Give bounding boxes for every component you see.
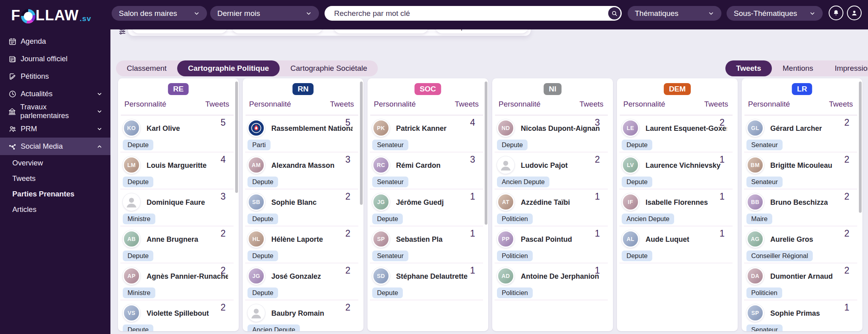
- tweet-count: 2: [220, 265, 226, 276]
- party-logo-avatar: [247, 119, 265, 137]
- person-name: Baubry Romain: [271, 309, 324, 318]
- role-badge: Politicien: [497, 214, 533, 224]
- sidebar-item-prm[interactable]: PRM: [0, 120, 110, 138]
- person-row[interactable]: AB Anne Brugnera 2 Depute: [120, 226, 234, 263]
- person-row[interactable]: KO Karl Olive 5 Depute: [120, 115, 234, 152]
- column-scrollbar[interactable]: [235, 80, 238, 330]
- person-row[interactable]: AL Aude Luquet 1 Depute: [619, 226, 733, 263]
- person-row[interactable]: JG José Gonzalez 2 Depute: [245, 263, 358, 300]
- column-scrollbar[interactable]: [859, 80, 862, 330]
- person-row[interactable]: LE Laurent Esquenet-Goxes 2 Depute: [619, 115, 733, 152]
- sidebar-subitem-tweets[interactable]: Tweets: [0, 171, 110, 186]
- person-row[interactable]: Ludovic Pajot 2 Ancien Depute: [495, 152, 608, 189]
- person-row[interactable]: SB Sophie Blanc 2 Depute: [245, 189, 358, 226]
- column-header-tweets: Tweets: [580, 100, 603, 109]
- column-header-personnalite: Personnalité: [249, 100, 291, 109]
- person-row[interactable]: AD Antoine De Jerphanion 1 Politicien: [495, 263, 608, 300]
- subthemes-dropdown[interactable]: Sous-Thématiques: [727, 6, 823, 21]
- person-row[interactable]: JG Jérôme Guedj 1 Depute: [370, 189, 483, 226]
- person-row[interactable]: ND Nicolas Dupont-Aignan 3 Depute: [495, 115, 608, 152]
- person-name: Gérard Larcher: [770, 124, 822, 133]
- person-name: Stéphane Delautrette: [396, 272, 468, 281]
- tweet-count: 4: [470, 117, 475, 128]
- person-row[interactable]: BB Bruno Beschizza 2 Maire: [744, 189, 857, 226]
- tab-mentions[interactable]: Mentions: [772, 60, 824, 76]
- sidebar-item-label: Pétitions: [21, 72, 49, 81]
- chevron-down-icon: [305, 10, 312, 17]
- tab-tweets[interactable]: Tweets: [725, 60, 772, 76]
- period-dropdown[interactable]: Dernier mois: [210, 6, 319, 21]
- scrollbar-thumb[interactable]: [235, 82, 238, 193]
- sidebar-subitem-parties-prenantes[interactable]: Parties Prenantes: [0, 186, 110, 202]
- themes-dropdown[interactable]: Thématiques: [628, 6, 721, 21]
- tweet-count: 2: [220, 228, 226, 239]
- sidebar-item-actualites[interactable]: Actualités: [0, 85, 110, 103]
- scrollbar-thumb[interactable]: [859, 82, 862, 213]
- person-row[interactable]: AM Alexandra Masson 3 Depute: [245, 152, 358, 189]
- person-row[interactable]: AT Azzédine Taïbi 1 Politicien: [495, 189, 608, 226]
- tweet-count: 2: [844, 117, 849, 128]
- role-badge: Politicien: [746, 287, 782, 298]
- person-row[interactable]: PP Pascal Pointud 1 Politicien: [495, 226, 608, 263]
- search-input[interactable]: [325, 6, 603, 21]
- sidebar-item-label: Travaux parlementaires: [20, 103, 93, 120]
- parliament-icon: [8, 107, 16, 116]
- person-name: Ludovic Pajot: [521, 161, 568, 170]
- scope-dropdown[interactable]: Salon des maires: [112, 6, 207, 21]
- party-column: RN Personnalité Tweets Rassemblement Nat…: [243, 78, 363, 331]
- tab-cartographie-politique[interactable]: Cartographie Politique: [177, 60, 280, 76]
- person-row[interactable]: GL Gérard Larcher 2 Senateur: [744, 115, 857, 152]
- scrollbar-thumb[interactable]: [360, 82, 363, 205]
- person-row[interactable]: Baubry Romain 2 Ancien Depute: [245, 300, 358, 331]
- sidebar-subitem-overview[interactable]: Overview: [0, 155, 110, 171]
- person-row[interactable]: AP Agnès Pannier-Runacher 2 Ministre: [120, 263, 234, 300]
- person-row[interactable]: Dominique Faure 3 Ministre: [120, 189, 234, 226]
- column-scrollbar[interactable]: [360, 80, 363, 330]
- person-row[interactable]: PK Patrick Kanner 4 Senateur: [370, 115, 483, 152]
- sidebar-item-agenda[interactable]: Agenda: [0, 33, 110, 50]
- avatar: SP: [746, 304, 764, 322]
- person-row[interactable]: VS Violette Spillebout 2 Depute: [120, 300, 234, 331]
- person-row[interactable]: BM Brigitte Micouleau 2 Senateur: [744, 152, 857, 189]
- account-button[interactable]: [847, 6, 862, 20]
- sidebar-item-travaux-parlementaires[interactable]: Travaux parlementaires: [0, 103, 110, 120]
- role-badge: Senateur: [746, 140, 783, 150]
- tab-cartographie-societale[interactable]: Cartographie Sociétale: [280, 60, 378, 76]
- social-network-icon: [8, 142, 17, 151]
- search-icon: [611, 10, 618, 17]
- person-row[interactable]: HL Hélène Laporte 2 Depute: [245, 226, 358, 263]
- person-name: Azzédine Taïbi: [521, 198, 570, 207]
- column-rows: PK Patrick Kanner 4 Senateur RC Rémi Car…: [367, 115, 484, 331]
- avatar: AB: [123, 230, 140, 248]
- sidebar-item-journal-officiel[interactable]: Journal officiel: [0, 50, 110, 68]
- party-badge: LR: [792, 83, 812, 95]
- person-name: Hélène Laporte: [271, 235, 323, 244]
- search-button[interactable]: [608, 7, 621, 19]
- avatar: JG: [372, 193, 390, 211]
- person-row[interactable]: DA Dumontier Arnaud 2 Politicien: [744, 263, 857, 300]
- tweet-count: 2: [345, 302, 350, 313]
- person-row[interactable]: IF Isabelle Florennes 1 Ancien Depute: [619, 189, 733, 226]
- role-badge: Depute: [123, 140, 153, 150]
- person-row[interactable]: LM Louis Margueritte 4 Depute: [120, 152, 234, 189]
- role-badge: Depute: [497, 140, 528, 150]
- person-row[interactable]: LV Laurence Vichnievsky 1 Depute: [619, 152, 733, 189]
- notifications-button[interactable]: [829, 6, 843, 20]
- sidebar-item-social-media[interactable]: Social Media: [0, 138, 110, 155]
- person-row[interactable]: SP Sebastien Pla 1 Senateur: [370, 226, 483, 263]
- column-header: Personnalité Tweets: [623, 100, 728, 109]
- logo-text: F: [11, 7, 21, 24]
- person-row[interactable]: SP Sophie Primas 1 Senateur: [744, 300, 857, 331]
- party-badge: DEM: [664, 83, 691, 95]
- person-row[interactable]: AG Aurelie Gros 2 Conseiller Régional: [744, 226, 857, 263]
- scrollbar-thumb[interactable]: [485, 82, 487, 225]
- column-scrollbar[interactable]: [485, 80, 487, 330]
- tab-classement[interactable]: Classement: [116, 60, 177, 76]
- tab-impressions[interactable]: Impressions: [824, 60, 868, 76]
- person-row[interactable]: Rassemblement National 5 Parti: [245, 115, 358, 152]
- sidebar-subitem-articles[interactable]: Articles: [0, 202, 110, 217]
- person-row[interactable]: RC Rémi Cardon 3 Senateur: [370, 152, 483, 189]
- sidebar-item-petitions[interactable]: Pétitions: [0, 68, 110, 85]
- role-badge: Depute: [622, 177, 652, 187]
- person-row[interactable]: SD Stéphane Delautrette 1 Depute: [370, 263, 483, 300]
